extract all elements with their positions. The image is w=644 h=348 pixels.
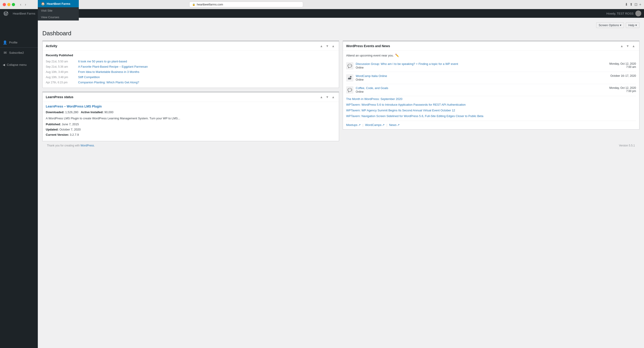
wp-layout: 🏠 HeartBeet Farms Visit Site View Course…	[0, 18, 644, 348]
updated-value: October 7, 2020	[60, 128, 80, 131]
event-info-3: Coffee, Code, and Goals Online	[356, 86, 607, 94]
news-footer-link[interactable]: News ↗	[389, 123, 400, 127]
news-link-4[interactable]: WPTavern: Navigation Screen Sidelined fo…	[346, 113, 636, 119]
meetups-label: Meetups	[346, 123, 358, 127]
event-title-2[interactable]: WordCamp Italia Online	[356, 74, 608, 78]
event-location-3: Online	[356, 90, 607, 94]
share-icon[interactable]: ⬆	[630, 2, 632, 6]
maximize-dot[interactable]	[12, 3, 15, 6]
sidebar-item-profile[interactable]: 👤 Profile	[0, 38, 38, 46]
view-courses-link[interactable]: View Courses	[38, 14, 79, 20]
wordcamps-label: WordCamps	[365, 123, 382, 127]
extend-icon[interactable]: +	[639, 2, 641, 6]
back-button[interactable]: ‹	[19, 2, 22, 7]
download-icon[interactable]: ⬇	[625, 2, 628, 6]
lp-collapse-up[interactable]: ▲	[319, 95, 324, 99]
collapse-menu-button[interactable]: ◀ Collapse menu	[0, 61, 38, 68]
activity-row-4: Aug 10th, 3:48 pm Stiff Competition	[46, 74, 336, 80]
activity-link-5[interactable]: Companion Planting: Which Plants Get Alo…	[78, 80, 139, 84]
events-widget-title: WordPress Events and News	[346, 44, 390, 48]
learnpress-widget-title: LearnPress status	[46, 95, 73, 99]
forward-button[interactable]: ›	[24, 2, 27, 7]
activity-link-1[interactable]: It took me 50 years to go plant-based	[78, 60, 127, 63]
published-value: June 7, 2015	[62, 122, 79, 126]
events-widget: WordPress Events and News ▲ ▼ ▲ Attend a…	[343, 40, 640, 130]
learnpress-widget-controls: ▲ ▼ ▲	[319, 95, 336, 99]
event-date-2: October 16–17, 2020	[610, 74, 636, 78]
event-row-1: 💬 Discussion Group: Who am I to be speak…	[346, 60, 636, 72]
recently-published-title: Recently Published	[46, 54, 336, 57]
lp-published: Published: June 7, 2015	[46, 122, 336, 126]
activity-collapse-up[interactable]: ▲	[319, 44, 324, 48]
close-dot[interactable]	[3, 3, 6, 6]
collapse-label: Collapse menu	[7, 63, 27, 66]
browser-url-bar[interactable]: 🔒 heartbeetfarms.com	[189, 2, 303, 7]
meetups-external-icon: ↗	[358, 123, 361, 127]
window-icon[interactable]: ⊡	[634, 2, 638, 6]
wordcamps-link[interactable]: WordCamps ↗	[365, 123, 384, 127]
home-icon: 🏠	[41, 2, 45, 6]
help-label: Help	[628, 24, 634, 27]
sidebar-menu: 👤 Profile ✉ Subscribe2	[0, 38, 38, 57]
learnpress-widget-header: LearnPress status ▲ ▼ ▲	[42, 92, 339, 102]
lp-plugin-link[interactable]: LearnPress – WordPress LMS Plugin	[46, 104, 102, 108]
events-footer: Meetups ↗ | WordCamps ↗ | News ↗	[346, 121, 636, 127]
activity-collapse-down[interactable]: ▼	[325, 44, 330, 48]
activity-row-3: Aug 10th, 3:49 pm From Idea to Marketabl…	[46, 69, 336, 74]
profile-icon: 👤	[3, 40, 7, 45]
lp-collapse-down[interactable]: ▼	[325, 95, 330, 99]
help-button[interactable]: Help ▾	[626, 22, 640, 28]
activity-date-3: Aug 10th, 3:49 pm	[46, 70, 76, 74]
activity-link-3[interactable]: From Idea to Marketable Business in 3 Mo…	[78, 70, 139, 74]
profile-label: Profile	[9, 41, 18, 44]
activity-link-4[interactable]: Stiff Competition	[78, 76, 100, 79]
activity-widget-title: Activity	[46, 44, 58, 48]
event-location-2: Online	[356, 78, 608, 81]
admin-bar-site-name[interactable]: HeartBeet Farms	[13, 12, 35, 15]
news-link-1[interactable]: The Month in WordPress: September 2020	[346, 96, 636, 102]
event-title-1[interactable]: Discussion Group: Who am I to be speakin…	[356, 62, 607, 66]
lock-icon: 🔒	[192, 3, 196, 6]
activity-toggle[interactable]: ▲	[331, 44, 336, 48]
event-row-2: 🏕 WordCamp Italia Online Online October …	[346, 72, 636, 84]
wordpress-link[interactable]: WordPress.	[80, 144, 94, 147]
news-link-2[interactable]: WPTavern: WordPress 5.6 to Introduce App…	[346, 102, 636, 108]
lp-version: Current Version: 3.2.7.9	[46, 133, 336, 136]
version-value: 3.2.7.9	[70, 133, 79, 136]
event-row-3: 💬 Coffee, Code, and Goals Online Monday,…	[346, 84, 636, 96]
events-collapse-down[interactable]: ▼	[625, 44, 630, 48]
event-date-1: Monday, Oct 12, 2020 7:00 am	[610, 62, 636, 68]
browser-actions: ⬇ ⬆ ⊡ +	[625, 2, 641, 6]
activity-row-5: Apr 27th, 6:15 pm Companion Planting: Wh…	[46, 80, 336, 85]
lp-updated: Updated: October 7, 2020	[46, 128, 336, 131]
subscribe2-label: Subscribe2	[9, 51, 24, 54]
lp-toggle[interactable]: ▲	[331, 95, 336, 99]
event-info-1: Discussion Group: Who am I to be speakin…	[356, 62, 607, 69]
minimize-dot[interactable]	[7, 3, 10, 6]
activity-widget: Activity ▲ ▼ ▲ Recently Published Sep 21…	[42, 40, 339, 88]
avatar	[635, 10, 641, 16]
screen-options-button[interactable]: Screen Options ▾	[596, 22, 624, 28]
event-date-3: Monday, Oct 12, 2020 7:00 pm	[610, 86, 636, 93]
activity-date-1: Sep 21st, 5:50 am	[46, 60, 76, 63]
activity-date-2: Sep 21st, 5:36 am	[46, 65, 76, 68]
lp-description: A WordPress LMS Plugin to create WordPre…	[46, 116, 336, 121]
wp-main: Screen Options ▾ Help ▾ Dashboard Activi…	[38, 18, 644, 348]
event-title-3[interactable]: Coffee, Code, and Goals	[356, 86, 607, 90]
downloaded-value: 1,526,280	[65, 110, 78, 114]
sidebar-item-subscribe2[interactable]: ✉ Subscribe2	[0, 48, 38, 57]
events-toggle[interactable]: ▲	[631, 44, 636, 48]
version-label: Current Version:	[46, 133, 69, 136]
visit-site-link[interactable]: Visit Site	[38, 7, 79, 14]
downloaded-label: Downloaded:	[46, 110, 64, 114]
wp-logo[interactable]	[3, 10, 9, 17]
news-label: News	[389, 123, 397, 127]
meetups-link[interactable]: Meetups ↗	[346, 123, 361, 127]
edit-location-icon[interactable]: ✏️	[395, 54, 399, 57]
activity-link-2[interactable]: A Favorite Plant-Based Recipe – Eggplant…	[78, 65, 148, 68]
activity-date-5: Apr 27th, 6:15 pm	[46, 81, 76, 84]
browser-nav: ‹ ›	[19, 2, 28, 7]
events-subtitle: Attend an upcoming event near you. ✏️	[346, 54, 636, 57]
news-link-3[interactable]: WPTavern: WP Agency Summit Begins Its Se…	[346, 108, 636, 113]
events-collapse-up[interactable]: ▲	[619, 44, 624, 48]
